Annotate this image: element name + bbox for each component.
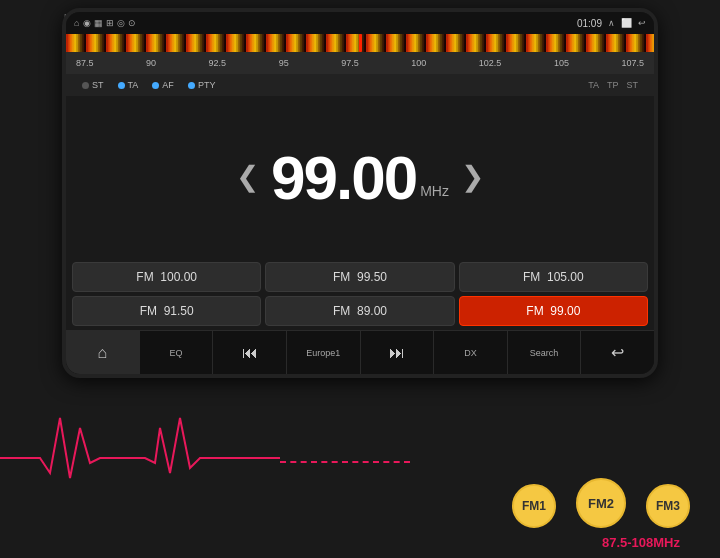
heartbeat-waveform bbox=[0, 398, 480, 498]
fm3-circle[interactable]: FM3 bbox=[646, 484, 690, 528]
tick-1025: 102.5 bbox=[479, 58, 502, 68]
preset-1[interactable]: FM 100.00 bbox=[72, 262, 261, 292]
tick-1075: 107.5 bbox=[621, 58, 644, 68]
back-status-icon: ↩ bbox=[638, 18, 646, 28]
prev-icon: ⏮ bbox=[242, 345, 258, 361]
preset-2[interactable]: FM 99.50 bbox=[265, 262, 454, 292]
frequency-ruler[interactable]: 87.5 90 92.5 95 97.5 100 102.5 105 107.5 bbox=[66, 34, 654, 74]
time-display: 01:09 bbox=[577, 18, 602, 29]
dashed-line bbox=[280, 461, 410, 463]
tick-100: 100 bbox=[411, 58, 426, 68]
screen: ⌂ ◉ ▦ ⊞ ◎ ⊙ 01:09 ∧ ⬜ ↩ 87.5 bbox=[66, 12, 654, 374]
tp-right: TP bbox=[607, 80, 619, 90]
grid-icon: ▦ bbox=[94, 18, 103, 28]
ruler-ticks: 87.5 90 92.5 95 97.5 100 102.5 105 107.5 bbox=[66, 52, 654, 74]
fm-band-labels: FM1 FM2 FM3 bbox=[512, 478, 690, 528]
ta-indicator[interactable]: TA bbox=[118, 80, 139, 90]
preset-5[interactable]: FM 89.00 bbox=[265, 296, 454, 326]
tick-975: 97.5 bbox=[341, 58, 359, 68]
status-bar-right: 01:09 ∧ ⬜ ↩ bbox=[577, 18, 646, 29]
preset-6-active[interactable]: FM 99.00 bbox=[459, 296, 648, 326]
dx-label: DX bbox=[464, 348, 477, 358]
tick-105: 105 bbox=[554, 58, 569, 68]
bottom-area: FM1 FM2 FM3 87.5-108MHz bbox=[0, 368, 720, 558]
station-label: Europe1 bbox=[306, 348, 340, 358]
pty-label: PTY bbox=[198, 80, 216, 90]
st-indicator[interactable]: ST bbox=[82, 80, 104, 90]
window-icon: ⬜ bbox=[621, 18, 632, 28]
ta-right: TA bbox=[588, 80, 599, 90]
next-icon: ⏭ bbox=[389, 345, 405, 361]
circle-icon: ◎ bbox=[117, 18, 125, 28]
status-icons-group: ◉ ▦ ⊞ ◎ ⊙ bbox=[83, 18, 136, 28]
preset-3[interactable]: FM 105.00 bbox=[459, 262, 648, 292]
search-label: Search bbox=[530, 348, 559, 358]
frequency-display: ❮ 99.00 MHz ❯ bbox=[66, 96, 654, 258]
status-bar-left: ⌂ ◉ ▦ ⊞ ◎ ⊙ bbox=[74, 18, 136, 28]
home-toolbar-icon: ⌂ bbox=[97, 345, 107, 361]
tick-925: 92.5 bbox=[209, 58, 227, 68]
next-freq-button[interactable]: ❯ bbox=[449, 163, 496, 191]
dot-icon: ⊙ bbox=[128, 18, 136, 28]
fm1-circle[interactable]: FM1 bbox=[512, 484, 556, 528]
fm-range-text: 87.5-108MHz bbox=[602, 535, 680, 550]
nav-icon: ◉ bbox=[83, 18, 91, 28]
fm2-circle[interactable]: FM2 bbox=[576, 478, 626, 528]
presets-grid: FM 100.00 FM 99.50 FM 105.00 FM 91.50 FM… bbox=[66, 258, 654, 330]
pty-indicator[interactable]: PTY bbox=[188, 80, 216, 90]
fm1-label: FM1 bbox=[522, 499, 546, 513]
preset-4[interactable]: FM 91.50 bbox=[72, 296, 261, 326]
prev-freq-button[interactable]: ❮ bbox=[224, 163, 271, 191]
status-bar: ⌂ ◉ ▦ ⊞ ◎ ⊙ 01:09 ∧ ⬜ ↩ bbox=[66, 12, 654, 34]
fm1-item: FM1 bbox=[512, 484, 556, 528]
fm3-item: FM3 bbox=[646, 484, 690, 528]
af-dot bbox=[152, 82, 159, 89]
ruler-indicator bbox=[359, 34, 362, 52]
fm3-label: FM3 bbox=[656, 499, 680, 513]
device-frame: ⌂ ◉ ▦ ⊞ ◎ ⊙ 01:09 ∧ ⬜ ↩ 87.5 bbox=[62, 8, 658, 378]
fm2-item: FM2 bbox=[576, 478, 626, 528]
expand-icon: ∧ bbox=[608, 18, 615, 28]
tick-95: 95 bbox=[279, 58, 289, 68]
eq-label: EQ bbox=[169, 348, 182, 358]
frequency-value: 99.00 bbox=[271, 142, 416, 213]
apps-icon: ⊞ bbox=[106, 18, 114, 28]
st-dot bbox=[82, 82, 89, 89]
tick-875: 87.5 bbox=[76, 58, 94, 68]
back-toolbar-icon: ↩ bbox=[611, 345, 624, 361]
st-label: ST bbox=[92, 80, 104, 90]
ta-dot bbox=[118, 82, 125, 89]
right-indicators: TA TP ST bbox=[588, 80, 638, 90]
pty-dot bbox=[188, 82, 195, 89]
af-label: AF bbox=[162, 80, 174, 90]
home-status-icon: ⌂ bbox=[74, 18, 79, 28]
af-indicator[interactable]: AF bbox=[152, 80, 174, 90]
frequency-unit: MHz bbox=[420, 183, 449, 213]
fm2-label: FM2 bbox=[588, 496, 614, 511]
radio-indicators-bar: ST TA AF PTY TA TP ST bbox=[66, 74, 654, 96]
st-right: ST bbox=[626, 80, 638, 90]
tick-90: 90 bbox=[146, 58, 156, 68]
ta-label: TA bbox=[128, 80, 139, 90]
